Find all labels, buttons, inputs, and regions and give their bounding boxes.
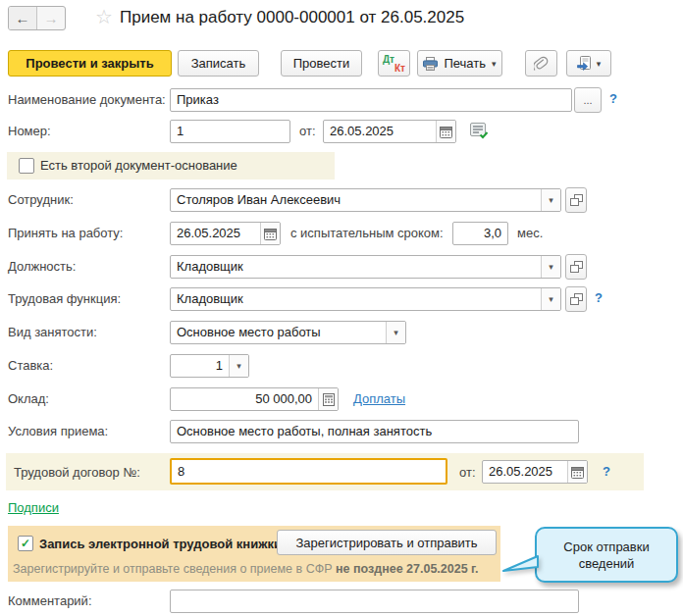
- register-and-send-button[interactable]: Зарегистрировать и отправить: [277, 530, 497, 555]
- etk-deadline-date: не позднее 27.05.2025 г.: [336, 562, 479, 576]
- chevron-down-icon[interactable]: ▾: [541, 256, 560, 278]
- help-icon[interactable]: ?: [609, 91, 617, 106]
- contract-number-input[interactable]: 8: [170, 458, 447, 485]
- doc-name-label: Наименование документа:: [8, 92, 166, 107]
- paperclip-icon: [534, 56, 549, 72]
- export-document-icon: [577, 56, 592, 71]
- employee-combo[interactable]: Столяров Иван Алексеевич ▾: [170, 188, 561, 212]
- employment-kind-combo[interactable]: Основное место работы ▾: [170, 321, 406, 344]
- dtkt-icon: Дт Кт: [379, 51, 409, 76]
- chevron-down-icon: ▾: [492, 59, 497, 69]
- post-and-close-button[interactable]: Провести и закрыть: [8, 50, 172, 77]
- chevron-down-icon: ▾: [597, 59, 602, 69]
- labor-function-combo[interactable]: Кладовщик ▾: [170, 287, 561, 311]
- hire-date-label: Принять на работу:: [8, 226, 123, 240]
- callout-tail-icon: [502, 555, 539, 579]
- calendar-icon[interactable]: [260, 223, 280, 244]
- etk-checkbox-label: Запись электронной трудовой книжки:: [39, 537, 286, 551]
- number-from-label: от:: [299, 124, 316, 138]
- calendar-icon[interactable]: [567, 461, 587, 483]
- rate-label: Ставка:: [8, 358, 53, 373]
- probation-unit-label: мес.: [517, 226, 543, 240]
- probation-label: с испытательным сроком:: [290, 226, 444, 240]
- contract-label: Трудовой договор №:: [14, 465, 140, 480]
- etk-checkbox[interactable]: ✓: [18, 536, 33, 551]
- labor-function-label: Трудовая функция:: [8, 291, 121, 306]
- salary-input[interactable]: 50 000,00: [170, 387, 339, 411]
- arrow-right-icon: →: [44, 10, 59, 26]
- comment-input[interactable]: [170, 590, 579, 613]
- signatures-link[interactable]: Подписи: [8, 500, 59, 515]
- employee-open-button[interactable]: [565, 187, 587, 213]
- position-combo[interactable]: Кладовщик ▾: [170, 255, 561, 279]
- doc-name-more-button[interactable]: ...: [574, 87, 602, 113]
- etk-deadline-message: Зарегистрируйте и отправьте сведения о п…: [13, 562, 479, 576]
- conditions-input[interactable]: Основное место работы, полная занятость: [170, 420, 579, 443]
- salary-label: Оклад:: [8, 391, 49, 406]
- calendar-icon[interactable]: [436, 121, 455, 142]
- deadline-callout: Срок отправки сведений: [535, 527, 678, 583]
- print-button[interactable]: Печать ▾: [417, 50, 502, 77]
- employee-label: Сотрудник:: [8, 192, 74, 207]
- page-title: Прием на работу 0000-000001 от 26.05.202…: [120, 8, 464, 27]
- arrow-left-icon: ←: [16, 10, 30, 26]
- supplements-link[interactable]: Доплаты: [353, 391, 405, 406]
- callout-text: Срок отправки сведений: [545, 539, 668, 572]
- nav-history-group: ← →: [8, 6, 66, 30]
- doc-date-input[interactable]: 26.05.2025: [323, 120, 456, 143]
- open-in-window-icon: [570, 261, 583, 273]
- number-input[interactable]: 1: [170, 120, 290, 143]
- second-doc-checkbox-label: Есть второй документ-основание: [40, 158, 237, 173]
- hire-date-input[interactable]: 26.05.2025: [170, 222, 281, 245]
- calculator-icon[interactable]: [318, 388, 338, 410]
- post-button[interactable]: Провести: [281, 50, 362, 77]
- position-open-button[interactable]: [565, 254, 587, 280]
- help-icon[interactable]: ?: [595, 290, 603, 305]
- chevron-down-icon[interactable]: ▾: [229, 355, 248, 377]
- attachment-button[interactable]: [525, 50, 557, 77]
- second-doc-checkbox[interactable]: [19, 158, 34, 174]
- conditions-label: Условия приема:: [8, 424, 108, 438]
- employment-document-window: ← → ☆ Прием на работу 0000-000001 от 26.…: [0, 0, 683, 616]
- chevron-down-icon[interactable]: ▾: [541, 288, 560, 310]
- favorite-star-icon[interactable]: ☆: [95, 5, 113, 28]
- back-button[interactable]: ←: [9, 7, 37, 29]
- chevron-down-icon[interactable]: ▾: [541, 189, 560, 211]
- number-label: Номер:: [8, 124, 51, 138]
- probation-input[interactable]: 3,0: [452, 222, 508, 245]
- help-icon[interactable]: ?: [603, 464, 610, 479]
- electronic-workbook-block: ✓ Запись электронной трудовой книжки: За…: [8, 526, 500, 582]
- open-in-window-icon: [570, 293, 583, 305]
- save-button[interactable]: Записать: [178, 50, 259, 77]
- chevron-down-icon[interactable]: ▾: [386, 322, 405, 343]
- open-in-window-icon: [570, 194, 583, 206]
- position-label: Должность:: [8, 259, 76, 274]
- contract-from-label: от:: [459, 465, 476, 480]
- create-based-on-button[interactable]: ▾: [566, 50, 611, 77]
- checkmark-icon: ✓: [21, 537, 30, 550]
- doc-name-input[interactable]: Приказ: [170, 88, 572, 112]
- rate-input[interactable]: 1 ▾: [170, 354, 249, 378]
- forward-button[interactable]: →: [37, 7, 65, 29]
- employment-kind-label: Вид занятости:: [8, 325, 97, 339]
- autonumber-doc-check-icon[interactable]: [469, 121, 489, 143]
- printer-icon: [423, 57, 438, 71]
- contract-date-input[interactable]: 26.05.2025: [482, 460, 588, 484]
- dtkt-button[interactable]: Дт Кт: [378, 50, 410, 77]
- comment-label: Комментарий:: [8, 593, 92, 608]
- labor-function-open-button[interactable]: [565, 286, 587, 312]
